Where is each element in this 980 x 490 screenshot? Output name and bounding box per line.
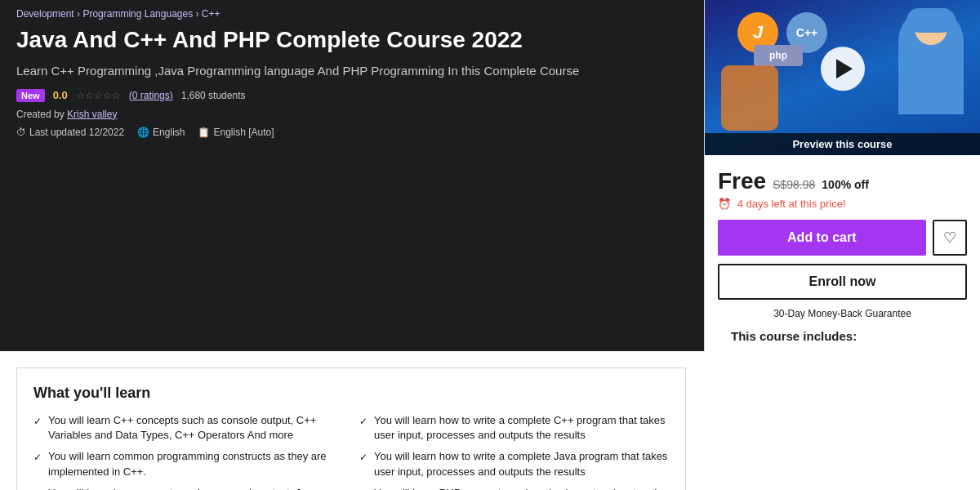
price-row: Free S$98.98 100% off [718, 168, 967, 194]
learn-item-text-2: You will learn common programming constr… [48, 449, 343, 479]
student-count: 1,680 students [181, 90, 246, 101]
learn-item-text-6: You will learn PHP concepts such as basi… [374, 486, 669, 490]
enroll-now-button[interactable]: Enroll now [718, 264, 967, 300]
play-triangle-icon [836, 59, 853, 78]
list-item: ✓ You will learn how to write a complete… [359, 449, 669, 479]
add-to-cart-row: Add to cart ♡ [718, 220, 967, 256]
price-discount: 100% off [822, 178, 869, 191]
list-item: ✓ You will learn common programming cons… [33, 449, 343, 479]
php-icon: php [754, 45, 803, 66]
student-figure [721, 65, 778, 131]
course-subtitle: Learn C++ Programming ,Java Programming … [16, 62, 688, 79]
heart-icon: ♡ [943, 229, 956, 247]
language-info: 🌐 English [137, 127, 185, 138]
bottom-right-content [704, 351, 980, 490]
learn-column-left: ✓ You will learn C++ concepts such as co… [33, 413, 343, 490]
learn-column-right: ✓ You will learn how to write a complete… [359, 413, 669, 490]
learn-item-text-3: You will learn java concepts such as con… [48, 486, 343, 490]
instructor-row: Created by Krish valley [16, 109, 688, 120]
clock-icon: ⏱ [16, 127, 26, 138]
meta-row: New 0.0 ☆☆☆☆☆ (0 ratings) 1,680 students [16, 89, 688, 102]
learn-item-text-5: You will learn how to write a complete J… [374, 449, 669, 479]
play-button[interactable] [821, 47, 865, 91]
breadcrumb-programming-languages[interactable]: Programming Languages [82, 8, 193, 20]
list-item: ✓ You will learn java concepts such as c… [33, 486, 343, 490]
instructor-figure [898, 8, 964, 114]
learn-item-text-4: You will learn how to write a complete C… [374, 413, 669, 443]
alarm-icon: ⏰ [718, 198, 731, 210]
caption-icon: 📋 [198, 127, 210, 138]
breadcrumb-cpp[interactable]: C++ [202, 8, 220, 20]
instructor-link[interactable]: Krish valley [67, 109, 117, 120]
price-free: Free [718, 168, 766, 194]
last-updated: ⏱ Last updated 12/2022 [16, 127, 124, 138]
preview-label: Preview this course [705, 133, 980, 155]
bottom-left-content: What you'll learn ✓ You will learn C++ c… [0, 351, 704, 490]
course-preview[interactable]: J C++ php Preview this course [705, 0, 980, 155]
list-item: ✓ You will learn how to write a complete… [359, 413, 669, 443]
price-section: Free S$98.98 100% off ⏰ 4 days left at t… [705, 155, 980, 351]
guarantee-text: 30-Day Money-Back Guarantee [718, 308, 967, 319]
learn-section: What you'll learn ✓ You will learn C++ c… [16, 368, 686, 490]
check-icon-5: ✓ [359, 451, 368, 465]
course-sidebar: J C++ php Preview this course [704, 0, 980, 351]
star-rating: ☆☆☆☆☆ [76, 90, 121, 101]
wishlist-button[interactable]: ♡ [933, 220, 967, 256]
check-icon-1: ✓ [33, 415, 42, 429]
breadcrumb: Development › Programming Languages › C+… [16, 8, 688, 20]
list-item: ✓ You will learn C++ concepts such as co… [33, 413, 343, 443]
learn-grid: ✓ You will learn C++ concepts such as co… [33, 413, 669, 490]
globe-icon: 🌐 [137, 127, 149, 138]
new-badge: New [16, 89, 45, 102]
includes-title: This course includes: [718, 329, 967, 343]
breadcrumb-development[interactable]: Development [16, 8, 74, 20]
rating-count[interactable]: (0 ratings) [129, 90, 173, 101]
add-to-cart-button[interactable]: Add to cart [718, 220, 926, 256]
check-icon-4: ✓ [359, 415, 368, 429]
learn-title: What you'll learn [33, 385, 669, 402]
caption-info: 📋 English [Auto] [198, 127, 274, 138]
check-icon-2: ✓ [33, 451, 42, 465]
countdown-timer: ⏰ 4 days left at this price! [718, 198, 967, 210]
course-title: Java And C++ And PHP Complete Course 202… [16, 26, 688, 54]
price-original: S$98.98 [773, 178, 815, 191]
learn-item-text-1: You will learn C++ concepts such as cons… [48, 413, 343, 443]
rating-score: 0.0 [53, 89, 68, 101]
list-item: ✓ You will learn PHP concepts such as ba… [359, 486, 669, 490]
info-row: ⏱ Last updated 12/2022 🌐 English 📋 Engli… [16, 127, 688, 138]
hero-section: Development › Programming Languages › C+… [0, 0, 704, 351]
